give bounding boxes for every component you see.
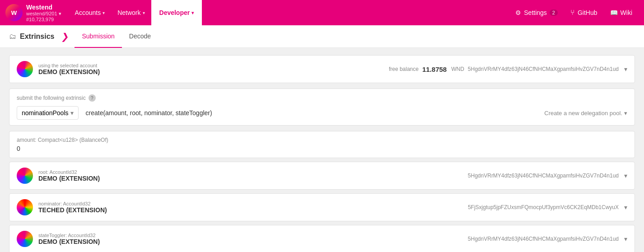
- account-selector-card: using the selected account DEMO (EXTENSI…: [9, 55, 635, 83]
- accounts-chevron-icon: ▾: [103, 10, 105, 15]
- extrinsic-selector-row: nominationPools ▾ create(amount, root, n…: [17, 106, 627, 120]
- network-label: Network: [117, 9, 140, 16]
- nominator-account-address-section: 5FjSxjgtup5jpFZUxsmFQmocpUf3ypmVc6CK2EqM…: [468, 204, 627, 211]
- section-title: Extrinsics: [20, 33, 54, 41]
- root-account-avatar: [17, 168, 33, 184]
- nominator-account-info: nominator: AccountId32 TECHED (EXTENSION…: [38, 201, 107, 214]
- param-statetoggler-card: stateToggler: AccountId32 DEMO (EXTENSIO…: [9, 225, 635, 252]
- extrinsics-icon: 🗂: [9, 33, 16, 41]
- accounts-menu[interactable]: Accounts ▾: [69, 0, 112, 25]
- account-label: using the selected account: [38, 63, 100, 68]
- main-content: using the selected account DEMO (EXTENSI…: [0, 48, 644, 252]
- free-balance-amount: 11.8758: [422, 65, 447, 73]
- accounts-label: Accounts: [75, 9, 101, 16]
- param-root-card: root: AccountId32 DEMO (EXTENSION) 5Hgdn…: [9, 162, 635, 190]
- settings-label: Settings: [524, 9, 547, 16]
- account-info: using the selected account DEMO (EXTENSI…: [38, 63, 100, 75]
- subheader: 🗂 Extrinsics ❯ Submission Decode: [0, 25, 644, 48]
- statetoggler-account-name: DEMO (EXTENSION): [38, 238, 100, 245]
- account-address[interactable]: 5HgdnVRrMY4dfz63jN46CfNHCMaXgpamfsiHvZGV…: [468, 66, 619, 72]
- help-icon[interactable]: ?: [89, 94, 96, 102]
- extrinsic-card: submit the following extrinsic ? nominat…: [9, 89, 635, 126]
- github-icon: ⑂: [570, 9, 575, 17]
- statetoggler-account-avatar: [17, 231, 33, 247]
- brand-icon: w: [5, 4, 23, 21]
- param-amount-label: amount: Compact<u128> (BalanceOf): [17, 137, 627, 143]
- free-balance-unit: WND: [451, 66, 464, 72]
- wiki-label: Wiki: [621, 9, 632, 16]
- root-account-address[interactable]: 5HgdnVRrMY4dfz63jN46CfNHCMaXgpamfsiHvZGV…: [468, 173, 619, 179]
- root-param-label: root: AccountId32: [38, 169, 100, 175]
- developer-chevron-icon: ▾: [191, 10, 194, 15]
- root-account-info: root: AccountId32 DEMO (EXTENSION): [38, 169, 100, 182]
- network-chevron-icon: ▾: [143, 10, 145, 15]
- statetoggler-dropdown-icon[interactable]: ▾: [624, 235, 627, 243]
- github-label: GitHub: [578, 9, 597, 16]
- nominator-account-avatar: [17, 199, 33, 215]
- wiki-link[interactable]: 📖 Wiki: [604, 0, 639, 25]
- statetoggler-param-label: stateToggler: AccountId32: [38, 233, 100, 238]
- param-amount-value[interactable]: 0: [17, 145, 627, 152]
- brand-block: #10,723,979: [26, 17, 61, 22]
- statetoggler-account-info: stateToggler: AccountId32 DEMO (EXTENSIO…: [38, 233, 100, 245]
- settings-badge: 2: [550, 9, 558, 16]
- brand-logo-button[interactable]: w Westend westend/9201 ▾ #10,723,979: [5, 4, 61, 22]
- account-dropdown-icon[interactable]: ▾: [624, 65, 627, 73]
- tab-submission[interactable]: Submission: [75, 25, 121, 48]
- nominator-account-address[interactable]: 5FjSxjgtup5jpFZUxsmFQmocpUf3ypmVc6CK2EqM…: [468, 204, 619, 210]
- account-avatar: [17, 61, 33, 77]
- wiki-icon: 📖: [610, 9, 618, 16]
- settings-menu[interactable]: ⚙ Settings 2: [509, 0, 564, 25]
- nominator-param-label: nominator: AccountId32: [38, 201, 107, 206]
- module-dropdown[interactable]: nominationPools ▾: [17, 106, 79, 120]
- brand-name: Westend: [26, 4, 61, 11]
- method-selector[interactable]: create(amount, root, nominator, stateTog…: [82, 107, 541, 119]
- network-menu[interactable]: Network ▾: [111, 0, 151, 25]
- module-chevron-icon: ▾: [70, 109, 74, 117]
- tab-decode[interactable]: Decode: [122, 25, 158, 48]
- root-account-address-section: 5HgdnVRrMY4dfz63jN46CfNHCMaXgpamfsiHvZGV…: [468, 172, 627, 179]
- brand-info: Westend westend/9201 ▾ #10,723,979: [26, 4, 61, 22]
- topnav: w Westend westend/9201 ▾ #10,723,979 Acc…: [0, 0, 644, 25]
- breadcrumb-arrow-icon: ❯: [61, 31, 70, 42]
- statetoggler-account-address[interactable]: 5HgdnVRrMY4dfz63jN46CfNHCMaXgpamfsiHvZGV…: [468, 236, 619, 242]
- developer-menu[interactable]: Developer ▾: [151, 0, 202, 25]
- root-dropdown-icon[interactable]: ▾: [624, 172, 627, 179]
- extrinsic-label: submit the following extrinsic: [17, 95, 86, 101]
- account-name: DEMO (EXTENSION): [38, 68, 100, 75]
- root-account-name: DEMO (EXTENSION): [38, 175, 100, 182]
- param-nominator-card: nominator: AccountId32 TECHED (EXTENSION…: [9, 193, 635, 221]
- nominator-dropdown-icon[interactable]: ▾: [624, 204, 627, 211]
- developer-label: Developer: [159, 9, 190, 16]
- account-balance-section: free balance 11.8758 WND 5HgdnVRrMY4dfz6…: [389, 65, 627, 73]
- settings-gear-icon: ⚙: [515, 9, 521, 16]
- description-text: Create a new delegation pool.: [544, 110, 622, 117]
- extrinsic-header: submit the following extrinsic ?: [17, 94, 627, 102]
- nominator-account-name: TECHED (EXTENSION): [38, 206, 107, 214]
- brand-sub: westend/9201 ▾: [26, 11, 61, 17]
- description-chevron-icon[interactable]: ▾: [624, 110, 627, 117]
- extrinsic-description: Create a new delegation pool. ▾: [544, 110, 627, 117]
- free-balance-label: free balance: [389, 66, 419, 72]
- github-link[interactable]: ⑂ GitHub: [564, 0, 604, 25]
- param-amount-card: amount: Compact<u128> (BalanceOf) 0: [9, 131, 635, 158]
- module-name: nominationPools: [22, 109, 69, 117]
- statetoggler-account-address-section: 5HgdnVRrMY4dfz63jN46CfNHCMaXgpamfsiHvZGV…: [468, 235, 627, 243]
